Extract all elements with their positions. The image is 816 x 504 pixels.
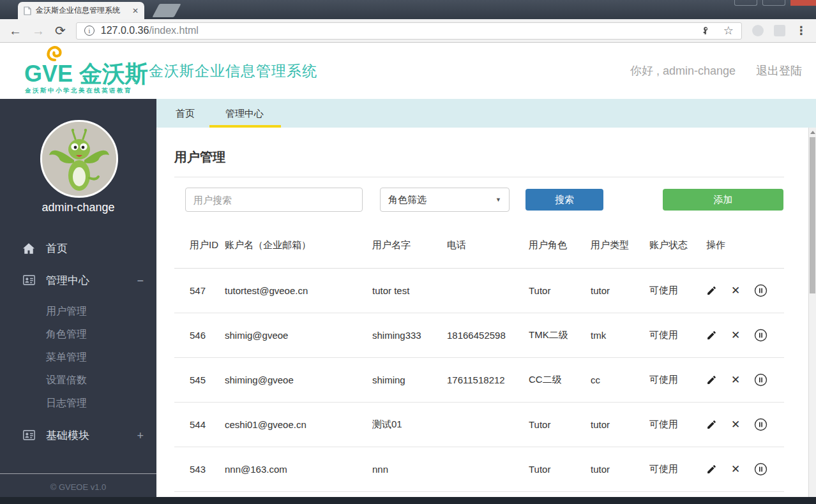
- back-button[interactable]: ←: [9, 24, 22, 37]
- logout-link[interactable]: 退出登陆: [756, 63, 802, 78]
- pause-icon[interactable]: [754, 463, 767, 476]
- edit-icon[interactable]: [706, 374, 717, 385]
- add-button[interactable]: 添加: [663, 189, 783, 211]
- cell-type: tmk: [591, 313, 649, 357]
- pause-icon[interactable]: [754, 418, 767, 431]
- sidebar-item-home[interactable]: 首页: [0, 239, 156, 259]
- window-maximize-button[interactable]: [762, 0, 785, 6]
- table-row: 546 shimig@gveoe shiming333 18166452598 …: [174, 313, 784, 357]
- cell-role: Tutor: [529, 268, 591, 313]
- cell-account: shimig@gveoe: [225, 313, 372, 357]
- delete-icon[interactable]: ✕: [731, 374, 740, 385]
- delete-icon[interactable]: ✕: [731, 419, 740, 430]
- table-row: 547 tutortest@gveoe.cn tutor test Tutor …: [174, 268, 784, 313]
- sidebar-subitem-user-mgmt[interactable]: 用户管理: [46, 302, 87, 320]
- delete-icon[interactable]: ✕: [731, 330, 740, 341]
- app-header: GVE 金沃斯 金沃斯中小学北美在线英语教育 金沃斯企业信息管理系统 你好 , …: [0, 43, 816, 99]
- sidebar-username: admin-change: [0, 201, 156, 214]
- cell-actions: ✕: [706, 402, 784, 447]
- edit-icon[interactable]: [706, 464, 717, 475]
- cell-type: tutor: [591, 447, 649, 491]
- cell-role: CC二级: [529, 357, 591, 402]
- logo[interactable]: GVE 金沃斯 金沃斯中小学北美在线英语教育: [24, 43, 149, 99]
- window-bottom-edge: [0, 497, 816, 504]
- cell-actions: ✕: [706, 268, 784, 313]
- extension-icon-1[interactable]: [752, 25, 764, 36]
- cell-actions: ✕: [706, 357, 784, 402]
- cell-account: shiming@gveoe: [225, 357, 372, 402]
- window-close-button[interactable]: [790, 0, 816, 6]
- sidebar-divider: [0, 473, 156, 474]
- sidebar-subitem-multiplier[interactable]: 设置倍数: [46, 371, 87, 389]
- edit-icon[interactable]: [706, 285, 717, 296]
- cell-phone: [447, 268, 529, 313]
- browser-tab[interactable]: 金沃斯企业信息管理系统 ✕: [18, 2, 144, 19]
- bookmark-star-icon[interactable]: ☆: [723, 25, 734, 36]
- cell-actions: ✕: [706, 313, 784, 357]
- header-actions: 操作: [706, 223, 784, 268]
- pause-icon[interactable]: [754, 329, 767, 342]
- delete-icon[interactable]: ✕: [731, 464, 740, 475]
- sidebar-subitem-menu-mgmt[interactable]: 菜单管理: [46, 348, 87, 366]
- pause-icon[interactable]: [754, 284, 767, 297]
- table-header-row: 用户ID 账户名（企业邮箱） 用户名字 电话 用户角色 用户类型 账户状态 操作: [174, 223, 784, 268]
- sidebar: admin-change 首页 管理中心 − 用户管理 角色管理 菜单管理 设置…: [0, 99, 156, 497]
- cell-phone: [447, 447, 529, 491]
- header-status: 账户状态: [649, 223, 706, 268]
- cell-role: TMK二级: [529, 313, 591, 357]
- reload-button[interactable]: ⟳: [55, 24, 66, 37]
- cell-phone: 18166452598: [447, 313, 529, 357]
- browser-menu-icon[interactable]: ⋮: [796, 25, 807, 36]
- url-text: 127.0.0.36/index.html: [101, 25, 199, 36]
- collapse-icon[interactable]: −: [137, 271, 144, 291]
- header-role: 用户角色: [529, 223, 591, 268]
- page-scrollbar[interactable]: [808, 128, 816, 497]
- content-panel: 用户管理 角色筛选 ▼ 搜索 添加 用户ID 账户名（企业邮箱） 用户名字: [156, 128, 816, 497]
- pause-icon[interactable]: [754, 373, 767, 387]
- cell-account: tutortest@gveoe.cn: [225, 268, 372, 313]
- sidebar-item-base-module[interactable]: 基础模块 +: [0, 426, 156, 446]
- role-filter-select[interactable]: 角色筛选 ▼: [380, 188, 510, 212]
- sidebar-subitem-role-mgmt[interactable]: 角色管理: [46, 325, 87, 343]
- title-divider: [174, 177, 784, 177]
- search-button[interactable]: 搜索: [525, 189, 603, 211]
- tab-title: 金沃斯企业信息管理系统: [36, 5, 128, 16]
- window-minimize-button[interactable]: [734, 0, 757, 6]
- cell-user-id: 543: [174, 447, 225, 491]
- search-input[interactable]: [185, 188, 363, 212]
- cell-status: 可使用: [649, 447, 706, 491]
- scrollbar-up-arrow[interactable]: [810, 131, 815, 134]
- tab-admin-center[interactable]: 管理中心: [225, 99, 264, 128]
- tab-home[interactable]: 首页: [176, 99, 195, 128]
- edit-icon[interactable]: [706, 330, 717, 341]
- sidebar-subitem-log-mgmt[interactable]: 日志管理: [46, 394, 87, 412]
- extension-icon-2[interactable]: [774, 25, 785, 36]
- forward-button[interactable]: →: [32, 24, 45, 37]
- main-area: 首页 管理中心 用户管理 角色筛选 ▼ 搜索 添加 用户ID: [156, 99, 816, 497]
- contacts-card-icon: [23, 430, 35, 441]
- cell-user-id: 545: [174, 357, 225, 402]
- sidebar-item-admin-center[interactable]: 管理中心 −: [0, 271, 156, 291]
- contacts-card-icon: [23, 275, 35, 286]
- edit-icon[interactable]: [706, 419, 717, 430]
- password-key-icon[interactable]: [700, 26, 709, 35]
- cell-phone: 17611518212: [447, 357, 529, 402]
- address-bar[interactable]: i 127.0.0.36/index.html ☆: [76, 22, 742, 40]
- new-tab-button[interactable]: [152, 4, 181, 17]
- table-body: 547 tutortest@gveoe.cn tutor test Tutor …: [174, 268, 784, 491]
- cell-status: 可使用: [649, 268, 706, 313]
- browser-navbar: ← → ⟳ i 127.0.0.36/index.html ☆ ⋮: [0, 19, 816, 43]
- cell-username: shiming333: [372, 313, 447, 357]
- delete-icon[interactable]: ✕: [731, 285, 740, 296]
- header-type: 用户类型: [591, 223, 649, 268]
- cell-username: tutor test: [372, 268, 447, 313]
- header-username: 用户名字: [372, 223, 447, 268]
- header-user-id: 用户ID: [174, 223, 225, 268]
- cell-role: Tutor: [529, 402, 591, 447]
- site-info-icon[interactable]: i: [84, 26, 94, 36]
- scrollbar-thumb[interactable]: [810, 137, 815, 293]
- cell-username: 测试01: [372, 402, 447, 447]
- expand-icon[interactable]: +: [137, 426, 144, 446]
- user-greeting: 你好 , admin-change: [630, 63, 736, 78]
- tab-close-icon[interactable]: ✕: [132, 6, 139, 15]
